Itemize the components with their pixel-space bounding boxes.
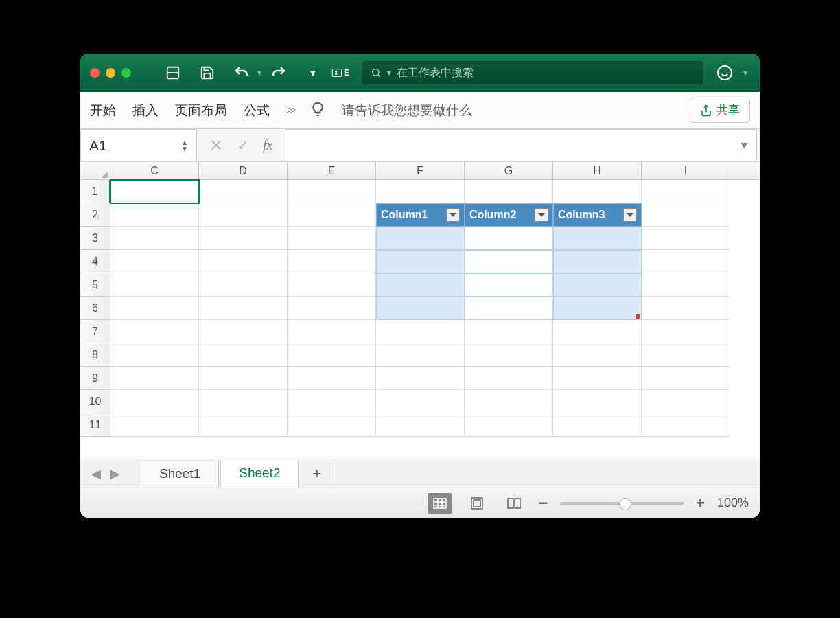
table-header-cell[interactable]: Column2: [465, 203, 553, 227]
filter-button[interactable]: [535, 208, 548, 222]
maximize-window-button[interactable]: [121, 68, 131, 78]
tell-me-input[interactable]: 请告诉我您想要做什么: [342, 102, 673, 119]
cell[interactable]: [642, 367, 730, 390]
cell[interactable]: [642, 227, 730, 250]
cell[interactable]: [288, 297, 376, 320]
cell[interactable]: [465, 180, 553, 203]
more-tabs-icon[interactable]: >>: [286, 104, 294, 117]
row-header[interactable]: 10: [80, 390, 110, 413]
cell[interactable]: [199, 297, 288, 320]
table-cell[interactable]: [376, 250, 465, 273]
col-header[interactable]: I: [642, 162, 730, 179]
tab-home[interactable]: 开始: [90, 102, 116, 119]
undo-icon[interactable]: [233, 64, 250, 82]
row-header[interactable]: 4: [80, 250, 110, 273]
tab-formulas[interactable]: 公式: [244, 102, 270, 119]
col-header[interactable]: F: [376, 162, 465, 179]
col-header[interactable]: G: [465, 162, 553, 179]
cell[interactable]: [553, 413, 642, 437]
row-header[interactable]: 7: [80, 320, 110, 343]
cell[interactable]: [642, 250, 730, 273]
cell[interactable]: [553, 343, 642, 367]
select-all-corner[interactable]: [80, 162, 110, 179]
row-header[interactable]: 2: [80, 203, 110, 227]
table-cell[interactable]: [465, 227, 553, 250]
cell[interactable]: [288, 250, 376, 273]
cell[interactable]: [110, 227, 199, 250]
feedback-dropdown[interactable]: ▼: [742, 69, 750, 77]
cancel-formula-icon[interactable]: ✕: [209, 136, 223, 155]
cell[interactable]: [465, 343, 553, 367]
col-header[interactable]: H: [553, 162, 642, 179]
row-header[interactable]: 1: [80, 180, 110, 203]
cell[interactable]: [376, 413, 465, 437]
table-cell[interactable]: [553, 250, 642, 273]
tab-pagelayout[interactable]: 页面布局: [175, 102, 227, 119]
row-header[interactable]: 6: [80, 297, 110, 320]
cell[interactable]: [199, 180, 288, 203]
minimize-window-button[interactable]: [106, 68, 115, 78]
cell[interactable]: [288, 203, 376, 227]
cell[interactable]: [642, 203, 730, 227]
cell[interactable]: [642, 343, 730, 367]
fx-icon[interactable]: fx: [263, 137, 272, 153]
filter-button[interactable]: [623, 208, 637, 222]
row-header[interactable]: 11: [80, 413, 110, 437]
table-header-cell[interactable]: Column1: [376, 203, 465, 227]
col-header[interactable]: C: [110, 162, 199, 179]
table-cell[interactable]: [376, 297, 465, 320]
cell[interactable]: [199, 413, 288, 437]
cell[interactable]: [110, 320, 199, 343]
table-cell[interactable]: [376, 273, 465, 297]
redo-icon[interactable]: [270, 64, 288, 82]
table-cell[interactable]: [553, 227, 642, 250]
cell[interactable]: [199, 250, 288, 273]
cell[interactable]: [553, 390, 642, 413]
cell[interactable]: [376, 367, 465, 390]
cell[interactable]: [288, 390, 376, 413]
zoom-out-button[interactable]: −: [539, 494, 548, 512]
sheet-tab-active[interactable]: Sheet2: [220, 460, 299, 488]
cell[interactable]: [465, 367, 553, 390]
cell[interactable]: [642, 273, 730, 297]
cell[interactable]: [110, 297, 199, 320]
row-header[interactable]: 9: [80, 367, 110, 390]
sheet-tab[interactable]: Sheet1: [141, 461, 219, 487]
cell[interactable]: [110, 390, 199, 413]
cell[interactable]: [376, 390, 465, 413]
cell[interactable]: [465, 390, 553, 413]
cell[interactable]: [376, 180, 465, 203]
cell[interactable]: [110, 343, 199, 367]
zoom-level[interactable]: 100%: [717, 496, 749, 510]
cell[interactable]: [110, 203, 199, 227]
cell[interactable]: [199, 367, 288, 390]
table-cell[interactable]: [465, 250, 553, 273]
cell[interactable]: [465, 413, 553, 437]
accept-formula-icon[interactable]: ✓: [237, 137, 249, 154]
save-icon[interactable]: [198, 64, 216, 82]
table-cell[interactable]: [465, 273, 553, 297]
cell[interactable]: [288, 273, 376, 297]
zoom-slider[interactable]: [560, 502, 684, 505]
filter-button[interactable]: [446, 208, 460, 222]
cell[interactable]: [642, 390, 730, 413]
cell[interactable]: [376, 343, 465, 367]
col-header[interactable]: E: [288, 162, 376, 179]
view-normal-icon[interactable]: [428, 493, 452, 514]
view-pagebreak-icon[interactable]: [502, 493, 526, 514]
cell[interactable]: [199, 227, 288, 250]
table-cell[interactable]: [376, 227, 465, 250]
cell[interactable]: [199, 203, 288, 227]
cell[interactable]: [642, 320, 730, 343]
cell[interactable]: [110, 413, 199, 437]
col-header[interactable]: D: [199, 162, 288, 179]
table-cell[interactable]: [553, 273, 642, 297]
table-header-cell[interactable]: Column3: [553, 203, 642, 227]
autosave-icon[interactable]: [164, 64, 182, 82]
cell[interactable]: [199, 390, 288, 413]
feedback-icon[interactable]: [716, 64, 734, 82]
cell[interactable]: [642, 180, 730, 203]
sheet-nav-next[interactable]: ▶: [106, 466, 124, 481]
add-sheet-button[interactable]: +: [300, 459, 334, 488]
cell[interactable]: [642, 413, 730, 437]
